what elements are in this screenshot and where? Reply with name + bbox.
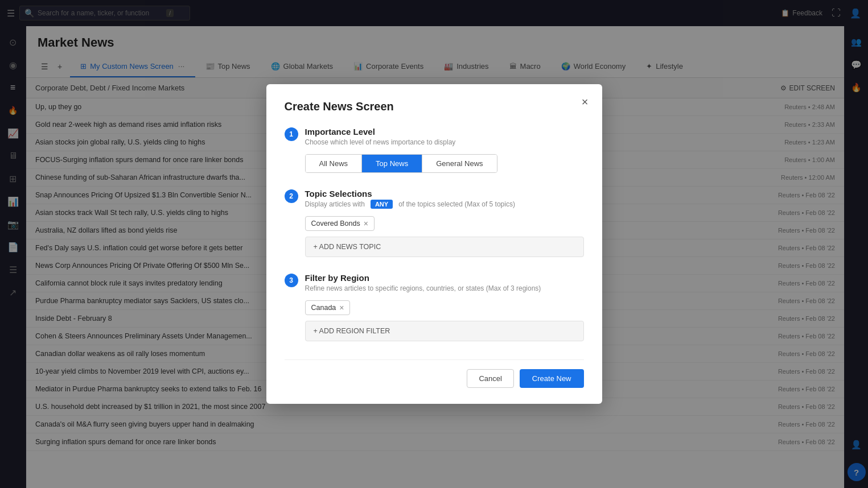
step-2-info: Topic Selections Display articles with A… [305,189,515,208]
any-badge: ANY [371,200,393,209]
general-news-button[interactable]: General News [422,155,496,172]
step-3-content: Canada × + ADD REGION FILTER [285,300,584,341]
step-1-content: All News Top News General News [285,154,584,173]
step-3-header: 3 Filter by Region Refine news articles … [285,273,584,292]
remove-covered-bonds-button[interactable]: × [364,220,368,228]
modal-overlay[interactable]: Create News Screen × 1 Importance Level … [0,0,868,488]
importance-buttons: All News Top News General News [305,154,497,173]
step-3-subtitle: Refine news articles to specific regions… [305,284,541,292]
step-2-subtitle: Display articles with ANY of the topics … [305,200,515,208]
step-3-number: 3 [285,274,298,287]
region-chip-canada: Canada × [305,300,351,315]
modal-close-button[interactable]: × [582,96,589,109]
step-1-subtitle: Choose which level of news importance to… [305,138,456,146]
region-chip-label: Canada [311,304,336,312]
step-1-number: 1 [285,127,298,141]
topic-chip-covered-bonds: Covered Bonds × [305,216,375,231]
step-3-info: Filter by Region Refine news articles to… [305,273,541,292]
create-new-button[interactable]: Create New [520,369,584,388]
regions-container: Canada × [305,300,584,315]
step-2-subtitle-suffix: of the topics selected (Max of 5 topics) [398,200,515,208]
step-2-number: 2 [285,189,298,203]
step-1-title: Importance Level [305,127,456,137]
topics-container: Covered Bonds × [305,216,584,231]
create-news-screen-modal: Create News Screen × 1 Importance Level … [266,84,602,404]
all-news-button[interactable]: All News [306,155,363,172]
step-2-content: Covered Bonds × + ADD NEWS TOPIC [285,216,584,257]
remove-canada-button[interactable]: × [339,304,344,312]
top-news-button[interactable]: Top News [362,155,422,172]
step-2-header: 2 Topic Selections Display articles with… [285,189,584,208]
add-news-topic-button[interactable]: + ADD NEWS TOPIC [305,237,584,257]
topic-chip-label: Covered Bonds [311,220,360,228]
step-1: 1 Importance Level Choose which level of… [285,127,584,173]
step-2-title: Topic Selections [305,189,515,198]
step-2-subtitle-prefix: Display articles with [305,200,365,208]
step-1-info: Importance Level Choose which level of n… [305,127,456,146]
add-region-filter-button[interactable]: + ADD REGION FILTER [305,321,584,341]
step-3-title: Filter by Region [305,273,541,283]
modal-title: Create News Screen [285,100,584,113]
cancel-button[interactable]: Cancel [467,369,513,388]
step-2: 2 Topic Selections Display articles with… [285,189,584,257]
modal-footer: Cancel Create New [285,359,584,388]
step-3: 3 Filter by Region Refine news articles … [285,273,584,341]
step-1-header: 1 Importance Level Choose which level of… [285,127,584,146]
